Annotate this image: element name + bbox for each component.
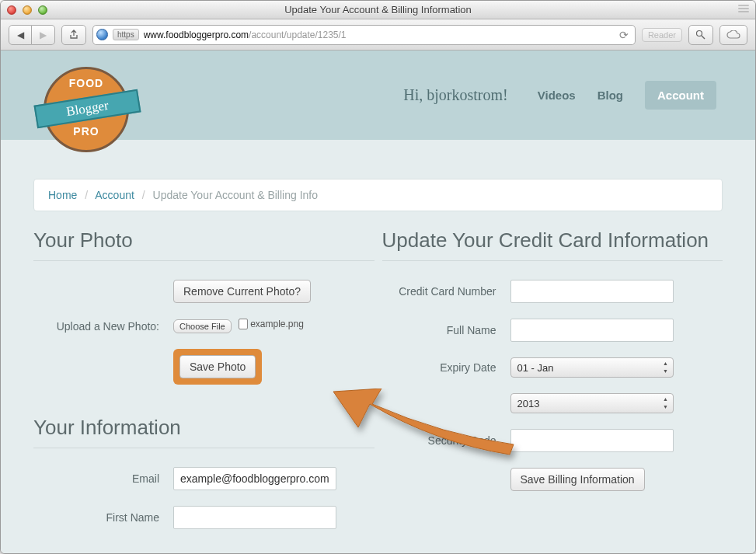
expiry-year-row: 2013 ▲▼: [382, 393, 723, 413]
chosen-file: example.png: [239, 319, 304, 329]
expiry-year-select[interactable]: 2013: [510, 393, 674, 413]
name-row: Full Name: [382, 319, 723, 342]
svg-point-0: [697, 30, 702, 36]
stepper-icon: ▲▼: [660, 395, 671, 411]
nav-buttons: ◀ ▶: [9, 25, 55, 45]
cc-number-field[interactable]: [510, 280, 674, 303]
right-column: Update Your Credit Card Information Cred…: [382, 228, 723, 545]
url-text: www.foodbloggerpro.com/account/update/12…: [144, 30, 611, 40]
content-columns: Your Photo Remove Current Photo? Upload …: [33, 228, 723, 545]
cloud-icon: [726, 30, 740, 40]
https-badge: https: [113, 29, 139, 40]
expiry-month-select[interactable]: 01 - Jan: [510, 357, 674, 378]
address-bar[interactable]: https www.foodbloggerpro.com/account/upd…: [92, 25, 636, 45]
cc-row: Credit Card Number: [382, 280, 723, 303]
browser-window: Update Your Account & Billing Informatio…: [0, 0, 756, 554]
site-logo[interactable]: FOOD Blogger PRO: [40, 63, 133, 156]
upload-photo-row: Upload a New Photo: Choose File example.…: [33, 319, 375, 333]
url-path: /account/update/1235/1: [249, 30, 346, 40]
crumb-account[interactable]: Account: [95, 189, 134, 201]
stepper-icon: ▲▼: [660, 360, 671, 375]
save-photo-highlight: Save Photo: [173, 349, 262, 385]
save-photo-row: Save Photo: [33, 349, 375, 385]
crumb-sep: /: [142, 189, 145, 201]
file-icon: [239, 319, 248, 329]
save-billing-row: Save Billing Information: [382, 468, 723, 491]
site-header: FOOD Blogger PRO Hi, bjorkostrom! Videos…: [1, 51, 755, 140]
email-row: Email: [33, 467, 375, 490]
save-billing-button[interactable]: Save Billing Information: [510, 468, 645, 491]
remove-photo-button[interactable]: Remove Current Photo?: [173, 280, 311, 303]
first-name-row: First Name: [33, 506, 375, 529]
photo-heading: Your Photo: [33, 228, 375, 261]
cvc-label: Security Code: [382, 434, 510, 447]
cvc-row: Security Code: [382, 429, 723, 452]
crumb-current: Update Your Account & Billing Info: [153, 189, 318, 201]
crumb-sep: /: [85, 189, 88, 201]
window-title: Update Your Account & Billing Informatio…: [1, 4, 755, 16]
info-heading: Your Information: [33, 416, 375, 448]
greeting-text: Hi, bjorkostrom!: [403, 86, 507, 104]
fullname-field[interactable]: [510, 319, 674, 342]
nav-videos[interactable]: Videos: [538, 89, 576, 102]
email-field[interactable]: [173, 467, 336, 490]
nav-blog[interactable]: Blog: [597, 89, 623, 102]
back-button[interactable]: ◀: [9, 25, 32, 45]
expiry-label: Expiry Date: [382, 361, 510, 374]
logo-text-top: FOOD: [40, 77, 133, 89]
toolbar-grip-icon: [738, 5, 749, 16]
first-name-label: First Name: [33, 511, 173, 524]
forward-button[interactable]: ▶: [32, 25, 55, 45]
fullname-label: Full Name: [382, 324, 510, 336]
cvc-field[interactable]: [510, 429, 674, 452]
header-nav: Hi, bjorkostrom! Videos Blog Account: [403, 81, 716, 110]
browser-toolbar: ◀ ▶ https www.foodbloggerpro.com/account…: [1, 19, 755, 51]
left-column: Your Photo Remove Current Photo? Upload …: [33, 228, 375, 545]
breadcrumb: Home / Account / Update Your Account & B…: [33, 179, 723, 211]
share-button[interactable]: [61, 25, 86, 45]
crumb-home[interactable]: Home: [48, 189, 77, 201]
upload-label: Upload a New Photo:: [33, 320, 173, 333]
site-icon: [96, 29, 108, 40]
logo-text-bottom: PRO: [40, 125, 133, 138]
chosen-file-name: example.png: [250, 319, 304, 329]
reader-button[interactable]: Reader: [642, 28, 682, 42]
loupe-pen-icon: [695, 30, 706, 40]
url-host: www.foodbloggerpro.com: [144, 30, 249, 40]
share-icon: [68, 30, 79, 40]
cc-label: Credit Card Number: [382, 285, 510, 298]
reload-button[interactable]: ⟳: [616, 29, 632, 41]
remove-photo-row: Remove Current Photo?: [33, 280, 375, 303]
save-photo-button[interactable]: Save Photo: [179, 355, 256, 378]
nav-account[interactable]: Account: [645, 81, 716, 110]
page-viewport: FOOD Blogger PRO Hi, bjorkostrom! Videos…: [1, 51, 755, 554]
email-label: Email: [33, 472, 173, 485]
icloud-button[interactable]: [719, 25, 747, 45]
bookmark-button[interactable]: [688, 25, 713, 45]
billing-heading: Update Your Credit Card Information: [382, 228, 723, 261]
expiry-month-row: Expiry Date 01 - Jan ▲▼: [382, 357, 723, 378]
titlebar: Update Your Account & Billing Informatio…: [1, 1, 755, 19]
choose-file-button[interactable]: Choose File: [173, 319, 232, 333]
first-name-field[interactable]: [173, 506, 336, 529]
